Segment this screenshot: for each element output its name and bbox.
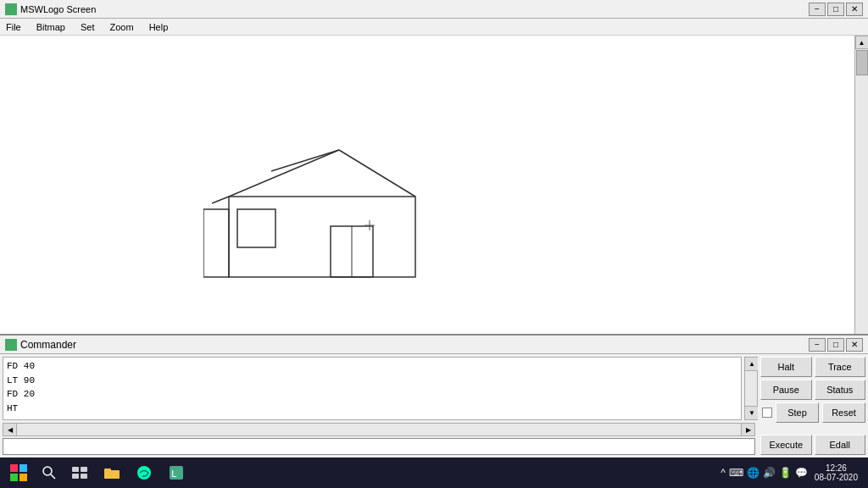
- status-button[interactable]: Status: [815, 380, 866, 400]
- app-icon: [5, 3, 17, 15]
- halt-button[interactable]: Halt: [760, 357, 812, 377]
- commander-right-panel: Halt Trace Pause Status Step Reset Execu…: [758, 354, 868, 458]
- svg-rect-8: [203, 209, 229, 277]
- svg-line-2: [339, 150, 415, 197]
- commander-panel: Commander − □ ✕ FD 40 LT 90 FD 20 HT: [0, 334, 868, 458]
- execute-edall-row: Execute Edall: [760, 435, 865, 455]
- taskbar: L ^ ⌨ 🌐 🔊 🔋 💬 12:26 08-07-2020: [0, 458, 868, 488]
- svg-rect-18: [104, 469, 111, 472]
- start-button[interactable]: [3, 459, 34, 486]
- output-scroll-down[interactable]: ▼: [745, 406, 758, 419]
- notification-icon[interactable]: 💬: [795, 467, 808, 479]
- pause-button[interactable]: Pause: [760, 380, 812, 400]
- step-button[interactable]: Step: [776, 402, 819, 423]
- window-controls: − □ ✕: [809, 3, 863, 16]
- commander-maximize[interactable]: □: [827, 338, 844, 352]
- search-button[interactable]: [34, 459, 64, 486]
- menu-file[interactable]: File: [3, 21, 24, 33]
- svg-point-11: [43, 467, 52, 475]
- maximize-button[interactable]: □: [827, 3, 844, 16]
- commander-close[interactable]: ✕: [846, 338, 863, 352]
- command-input[interactable]: [3, 438, 755, 455]
- svg-rect-16: [81, 474, 87, 479]
- menu-bitmap[interactable]: Bitmap: [34, 21, 68, 33]
- menu-help[interactable]: Help: [147, 21, 171, 33]
- hscroll-right[interactable]: ▶: [741, 424, 754, 435]
- svg-rect-14: [81, 467, 87, 472]
- file-explorer-button[interactable]: [97, 459, 127, 486]
- output-hscrollbar[interactable]: ◀ ▶: [3, 423, 755, 436]
- execute-button[interactable]: Execute: [760, 435, 812, 455]
- edge-button[interactable]: [129, 459, 159, 486]
- house-drawing: [203, 146, 424, 281]
- windows-logo-icon: [10, 464, 27, 481]
- reset-button[interactable]: Reset: [822, 402, 865, 423]
- hscroll-left[interactable]: ◀: [3, 424, 17, 435]
- svg-line-12: [51, 474, 55, 479]
- scroll-track[interactable]: [855, 49, 869, 374]
- commander-window-controls: − □ ✕: [809, 338, 863, 352]
- system-tray: ^ ⌨ 🌐 🔊 🔋 💬: [721, 467, 808, 479]
- svg-rect-15: [72, 474, 79, 479]
- scroll-thumb[interactable]: [856, 50, 868, 75]
- trace-button[interactable]: Trace: [815, 357, 866, 377]
- volume-icon[interactable]: 🔊: [763, 467, 776, 479]
- title-bar: MSWLogo Screen − □ ✕: [0, 0, 868, 19]
- output-line-3: FD 20: [7, 387, 737, 402]
- date-display: 08-07-2020: [815, 473, 858, 482]
- task-view-button[interactable]: [64, 459, 95, 486]
- taskbar-apps: L: [64, 459, 192, 486]
- svg-text:L: L: [171, 469, 177, 480]
- commander-minimize[interactable]: −: [809, 338, 826, 352]
- menu-bar: File Bitmap Set Zoom Help: [0, 19, 868, 36]
- halt-trace-row: Halt Trace: [760, 357, 865, 377]
- taskbar-right: ^ ⌨ 🌐 🔊 🔋 💬 12:26 08-07-2020: [721, 463, 865, 482]
- clock[interactable]: 12:26 08-07-2020: [815, 463, 858, 482]
- command-output: FD 40 LT 90 FD 20 HT: [3, 357, 742, 420]
- menu-set[interactable]: Set: [78, 21, 97, 33]
- commander-body: FD 40 LT 90 FD 20 HT ▲ ▼ ◀ ▶: [0, 354, 868, 458]
- output-line-1: FD 40: [7, 359, 737, 374]
- scroll-up-button[interactable]: ▲: [855, 36, 869, 49]
- commander-title: Commander: [20, 339, 76, 351]
- network-icon: 🌐: [747, 467, 760, 479]
- minimize-button[interactable]: −: [809, 3, 826, 16]
- output-line-4: HT: [7, 402, 737, 416]
- close-button[interactable]: ✕: [846, 3, 863, 16]
- hscroll-track[interactable]: [17, 424, 741, 435]
- svg-rect-5: [237, 209, 275, 247]
- commander-icon: [5, 339, 17, 351]
- chevron-up-icon[interactable]: ^: [721, 467, 726, 479]
- output-content: FD 40 LT 90 FD 20 HT: [7, 359, 737, 415]
- battery-icon: 🔋: [779, 467, 792, 479]
- edall-button[interactable]: Edall: [815, 435, 866, 455]
- menu-zoom[interactable]: Zoom: [108, 21, 136, 33]
- output-scroll-up[interactable]: ▲: [745, 358, 758, 371]
- window-title: MSWLogo Screen: [20, 4, 96, 14]
- time-display: 12:26: [815, 463, 858, 473]
- svg-line-1: [229, 150, 339, 197]
- pause-status-row: Pause Status: [760, 380, 865, 400]
- keyboard-icon: ⌨: [729, 467, 743, 479]
- input-row: [3, 438, 755, 455]
- commander-title-bar: Commander − □ ✕: [0, 336, 868, 354]
- svg-rect-13: [72, 467, 79, 472]
- mswlogo-app-button[interactable]: L: [161, 459, 192, 486]
- output-scrollbar[interactable]: ▲ ▼: [744, 357, 758, 420]
- svg-line-3: [271, 150, 339, 171]
- output-line-2: LT 90: [7, 374, 737, 388]
- checkbox-row: Step Reset: [760, 402, 865, 423]
- step-checkbox[interactable]: [762, 408, 772, 418]
- svg-line-4: [212, 197, 229, 203]
- output-scroll-track[interactable]: [745, 371, 757, 406]
